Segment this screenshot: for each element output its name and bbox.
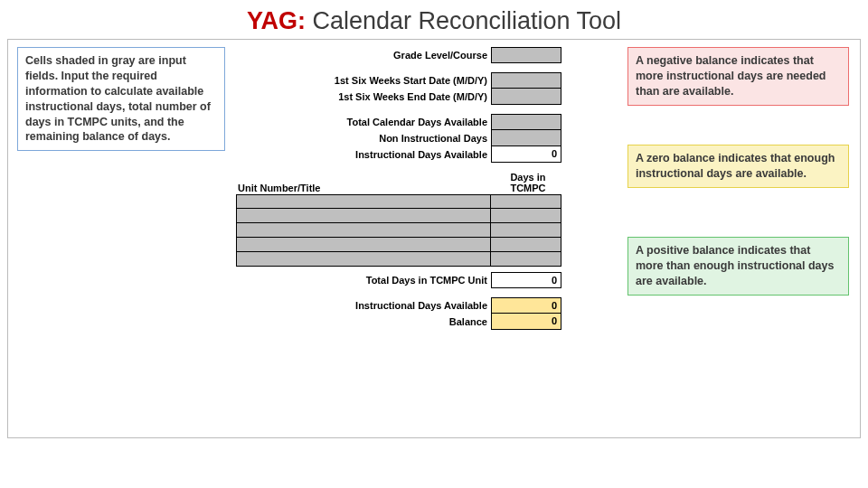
unit-row — [236, 238, 598, 252]
info-zero-balance: A zero balance indicates that enough ins… — [627, 145, 849, 188]
input-unit-title[interactable] — [236, 194, 491, 209]
label-total-calendar: Total Calendar Days Available — [236, 114, 491, 130]
unit-grid — [236, 194, 598, 267]
input-start-date[interactable] — [491, 72, 561, 89]
input-total-calendar[interactable] — [491, 114, 561, 130]
unit-row — [236, 194, 598, 209]
label-total-tcmpc: Total Days in TCMPC Unit — [236, 272, 491, 288]
input-non-instructional[interactable] — [491, 130, 561, 146]
input-unit-title[interactable] — [236, 209, 491, 223]
unit-row — [236, 252, 598, 267]
label-instructional-available: Instructional Days Available — [236, 146, 491, 163]
worksheet-frame: Cells shaded in gray are input fields. I… — [7, 39, 861, 438]
label-balance: Balance — [236, 314, 491, 330]
label-end-date: 1st Six Weeks End Date (M/D/Y) — [236, 89, 491, 105]
unit-row — [236, 223, 598, 238]
label-grade: Grade Level/Course — [236, 47, 491, 63]
label-unit-title: Unit Number/Title — [236, 170, 354, 193]
output-total-tcmpc: 0 — [491, 272, 561, 288]
page-title: YAG: Calendar Reconciliation Tool — [0, 0, 868, 39]
input-unit-days[interactable] — [491, 209, 561, 223]
input-unit-title[interactable] — [236, 238, 491, 252]
input-unit-days[interactable] — [491, 252, 561, 267]
title-prefix: YAG: — [247, 7, 306, 34]
input-unit-title[interactable] — [236, 223, 491, 238]
output-balance: 0 — [491, 314, 561, 330]
label-instructional-available-2: Instructional Days Available — [236, 297, 491, 314]
calc-sheet: Grade Level/Course 1st Six Weeks Start D… — [236, 47, 598, 330]
input-grade[interactable] — [491, 47, 561, 63]
output-instructional-available-2: 0 — [491, 297, 561, 314]
label-days-tcmpc: Days in TCMPC — [493, 170, 563, 193]
input-end-date[interactable] — [491, 89, 561, 105]
unit-row — [236, 209, 598, 223]
info-positive-balance: A positive balance indicates that more t… — [627, 237, 849, 296]
label-non-instructional: Non Instructional Days — [236, 130, 491, 146]
info-negative-balance: A negative balance indicates that more i… — [627, 47, 849, 106]
label-start-date: 1st Six Weeks Start Date (M/D/Y) — [236, 72, 491, 89]
input-unit-days[interactable] — [491, 223, 561, 238]
input-unit-title[interactable] — [236, 252, 491, 267]
input-unit-days[interactable] — [491, 194, 561, 209]
title-rest: Calendar Reconciliation Tool — [306, 7, 621, 34]
output-instructional-available: 0 — [491, 146, 561, 163]
input-unit-days[interactable] — [491, 238, 561, 252]
info-input-fields: Cells shaded in gray are input fields. I… — [17, 47, 225, 151]
